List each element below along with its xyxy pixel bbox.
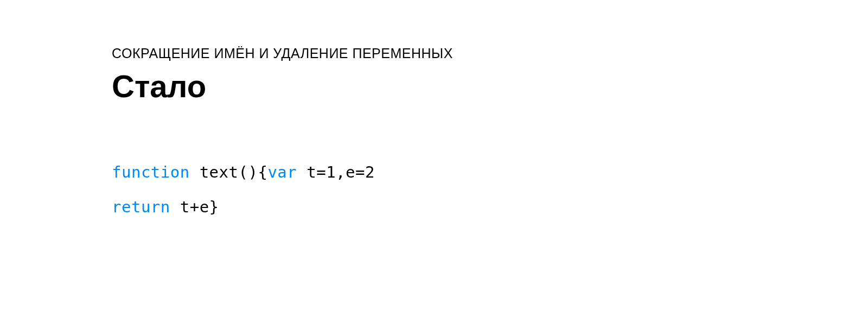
keyword-return: return [112, 198, 170, 216]
keyword-function: function [112, 163, 190, 181]
code-line-1: function text(){var t=1,e=2 [112, 155, 453, 190]
code-text: text(){ [190, 163, 268, 181]
slide-content: СОКРАЩЕНИЕ ИМЁН И УДАЛЕНИЕ ПЕРЕМЕННЫХ Ст… [112, 46, 453, 224]
slide-eyebrow: СОКРАЩЕНИЕ ИМЁН И УДАЛЕНИЕ ПЕРЕМЕННЫХ [112, 46, 453, 61]
code-block: function text(){var t=1,e=2 return t+e} [112, 155, 453, 225]
code-text: t+e} [170, 198, 219, 216]
code-text: t=1,e=2 [297, 163, 375, 181]
slide-title: Стало [112, 69, 453, 104]
code-line-2: return t+e} [112, 190, 453, 225]
keyword-var: var [267, 163, 297, 181]
